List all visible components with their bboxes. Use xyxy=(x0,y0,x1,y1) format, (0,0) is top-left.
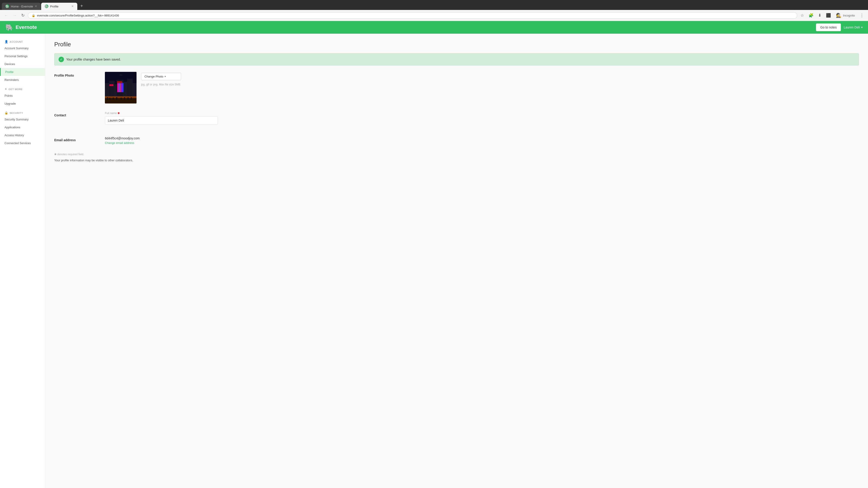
footer-notes: ✱ denotes required field. Your profile i… xyxy=(54,153,859,162)
page-title: Profile xyxy=(54,41,859,48)
change-photo-label: Change Photo xyxy=(145,75,163,78)
svg-rect-20 xyxy=(110,98,110,100)
security-section-icon: 🔒 xyxy=(4,111,8,115)
incognito-button[interactable]: 🕵 Incognito xyxy=(834,12,857,19)
sidebar-item-devices[interactable]: Devices xyxy=(0,60,45,68)
svg-rect-16 xyxy=(122,83,122,92)
address-bar[interactable]: 🔒 evernote.com/secure/ProfileSettings.ac… xyxy=(28,12,797,19)
svg-rect-23 xyxy=(121,98,122,100)
refresh-button[interactable]: ↻ xyxy=(20,12,26,19)
back-button[interactable]: ← xyxy=(3,12,9,19)
email-content: 6d44f5c4@moodjoy.com Change email addres… xyxy=(105,136,859,144)
logo-text: Evernote xyxy=(16,24,37,30)
tab-profile-close[interactable]: × xyxy=(71,4,73,8)
app-header: 🐘 Evernote Go to notes Lauren Deli ▾ xyxy=(0,21,868,34)
sidebar-item-reminders[interactable]: Reminders xyxy=(0,76,45,84)
email-section: Email address 6d44f5c4@moodjoy.com Chang… xyxy=(54,136,859,144)
extensions-button[interactable]: 🧩 xyxy=(807,12,815,19)
sidebar: 👤 ACCOUNT Account Summary Personal Setti… xyxy=(0,34,45,488)
svg-rect-21 xyxy=(113,97,114,100)
forward-button[interactable]: → xyxy=(11,12,18,19)
sidebar-button[interactable]: ⬛ xyxy=(825,12,832,19)
change-photo-button[interactable]: Change Photo ▾ xyxy=(141,73,181,80)
download-button[interactable]: ⬇ xyxy=(817,12,823,19)
tab-profile[interactable]: 🐘 Profile × xyxy=(41,3,77,10)
profile-photo-section: Profile Photo xyxy=(54,72,859,103)
photo-hint-text: jpg, gif or png. Max file size 5MB. xyxy=(141,83,181,87)
success-banner: ✓ Your profile changes have been saved. xyxy=(54,53,859,66)
svg-rect-15 xyxy=(120,83,121,92)
toolbar-actions: ☆ 🧩 ⬇ ⬛ 🕵 Incognito ⋮ xyxy=(799,12,865,19)
svg-rect-25 xyxy=(127,97,129,100)
tab-home-label: Home - Evernote xyxy=(11,5,33,8)
email-value: 6d44f5c4@moodjoy.com xyxy=(105,136,859,140)
sidebar-item-access-history[interactable]: Access History xyxy=(0,131,45,139)
full-name-field: Full name ✱ xyxy=(105,111,859,125)
sidebar-item-connected-services[interactable]: Connected Services xyxy=(0,139,45,147)
sidebar-item-security-summary[interactable]: Security Summary xyxy=(0,116,45,123)
required-star: ✱ xyxy=(118,111,120,115)
chrome-menu-button[interactable]: ⋮ xyxy=(859,12,865,19)
change-photo-chevron-icon: ▾ xyxy=(164,75,166,78)
sidebar-item-points[interactable]: Points xyxy=(0,92,45,100)
lock-icon: 🔒 xyxy=(32,14,35,17)
full-name-input[interactable] xyxy=(105,116,218,125)
new-tab-button[interactable]: + xyxy=(78,2,86,10)
sidebar-item-applications[interactable]: Applications xyxy=(0,123,45,131)
sidebar-section-account: 👤 ACCOUNT Account Summary Personal Setti… xyxy=(0,38,45,84)
get-more-section-icon: ✦ xyxy=(4,88,7,91)
user-name-label: Lauren Deli xyxy=(844,26,860,29)
sidebar-item-personal-settings[interactable]: Personal Settings xyxy=(0,52,45,60)
success-check-icon: ✓ xyxy=(59,57,64,62)
elephant-logo-icon: 🐘 xyxy=(5,24,13,31)
logo-area[interactable]: 🐘 Evernote xyxy=(5,24,37,31)
sidebar-item-profile[interactable]: Profile xyxy=(0,68,45,76)
tab-home-close[interactable]: × xyxy=(35,4,37,8)
change-email-link[interactable]: Change email address xyxy=(105,141,134,144)
contact-section: Contact Full name ✱ xyxy=(54,111,859,128)
incognito-label: Incognito xyxy=(843,14,855,17)
url-text: evernote.com/secure/ProfileSettings.acti… xyxy=(37,14,119,17)
sidebar-section-get-more: ✦ GET MORE Points Upgrade xyxy=(0,86,45,107)
sidebar-item-account-summary[interactable]: Account Summary xyxy=(0,44,45,52)
account-section-icon: 👤 xyxy=(4,40,8,43)
go-to-notes-button[interactable]: Go to notes xyxy=(816,24,841,31)
svg-rect-13 xyxy=(118,83,118,92)
required-note: ✱ denotes required field. xyxy=(54,153,859,156)
svg-text:Coca-Cola: Coca-Cola xyxy=(117,82,123,83)
main-content: Profile ✓ Your profile changes have been… xyxy=(45,34,868,488)
success-text: Your profile changes have been saved. xyxy=(66,58,121,61)
profile-photo-content: Coca-Cola xyxy=(105,72,859,103)
browser-tabs: 🐘 Home - Evernote × 🐘 Profile × + xyxy=(0,0,868,10)
bookmark-button[interactable]: ☆ xyxy=(799,12,805,19)
svg-rect-19 xyxy=(107,97,108,100)
tab-home[interactable]: 🐘 Home - Evernote × xyxy=(2,3,41,10)
user-menu[interactable]: Lauren Deli ▾ xyxy=(844,26,863,29)
photo-area: Coca-Cola xyxy=(105,72,859,103)
sidebar-section-get-more-label: ✦ GET MORE xyxy=(0,86,45,92)
photo-details: Change Photo ▾ jpg, gif or png. Max file… xyxy=(141,72,181,87)
tab-profile-favicon: 🐘 xyxy=(45,4,49,8)
app-layout: 👤 ACCOUNT Account Summary Personal Setti… xyxy=(0,34,868,488)
privacy-note: Your profile information may be visible … xyxy=(54,159,859,162)
full-name-label: Full name ✱ xyxy=(105,111,859,115)
browser-toolbar: ← → ↻ 🔒 evernote.com/secure/ProfileSetti… xyxy=(0,10,868,21)
browser-chrome: 🐘 Home - Evernote × 🐘 Profile × + ← → ↻ … xyxy=(0,0,868,21)
profile-photo-label: Profile Photo xyxy=(54,72,99,103)
contact-content: Full name ✱ xyxy=(105,111,859,128)
header-actions: Go to notes Lauren Deli ▾ xyxy=(816,24,863,31)
sidebar-item-upgrade[interactable]: Upgrade xyxy=(0,100,45,107)
tab-home-favicon: 🐘 xyxy=(5,4,9,8)
contact-label: Contact xyxy=(54,111,99,128)
tab-profile-label: Profile xyxy=(50,5,59,8)
svg-rect-26 xyxy=(131,97,132,100)
sidebar-section-security: 🔒 SECURITY Security Summary Applications… xyxy=(0,109,45,147)
sidebar-section-account-label: 👤 ACCOUNT xyxy=(0,38,45,44)
sidebar-section-security-label: 🔒 SECURITY xyxy=(0,109,45,116)
svg-rect-22 xyxy=(116,97,117,100)
user-menu-chevron-icon: ▾ xyxy=(861,26,863,29)
incognito-icon: 🕵 xyxy=(836,13,842,18)
email-label: Email address xyxy=(54,136,99,144)
svg-rect-9 xyxy=(110,84,114,86)
profile-photo: Coca-Cola xyxy=(105,72,136,103)
